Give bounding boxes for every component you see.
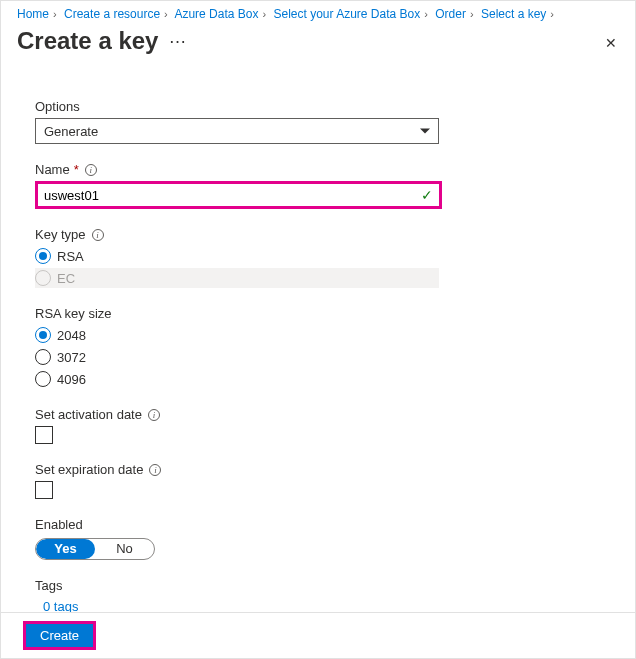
- chevron-right-icon: ›: [466, 8, 478, 20]
- name-input[interactable]: [38, 184, 439, 206]
- breadcrumb-azure-data-box[interactable]: Azure Data Box: [174, 7, 258, 21]
- name-label: Name * i: [35, 162, 471, 177]
- radio-label: 3072: [57, 350, 86, 365]
- more-menu-icon[interactable]: …: [168, 27, 188, 48]
- key-size-3072-radio[interactable]: 3072: [35, 347, 471, 367]
- enabled-field: Enabled Yes No: [35, 517, 471, 560]
- tags-field: Tags 0 tags: [35, 578, 471, 614]
- breadcrumb-create-resource[interactable]: Create a resource: [64, 7, 160, 21]
- checkmark-icon: ✓: [421, 187, 433, 203]
- radio-label: 4096: [57, 372, 86, 387]
- activation-date-label: Set activation date i: [35, 407, 471, 422]
- create-key-form: Options Generate Name * i ✓ Key type i R…: [1, 63, 471, 614]
- expiration-date-label: Set expiration date i: [35, 462, 471, 477]
- chevron-down-icon: [420, 129, 430, 134]
- tags-label: Tags: [35, 578, 471, 593]
- radio-label: EC: [57, 271, 75, 286]
- key-type-rsa-radio[interactable]: RSA: [35, 246, 471, 266]
- breadcrumb-home[interactable]: Home: [17, 7, 49, 21]
- info-icon[interactable]: i: [148, 409, 160, 421]
- radio-icon: [35, 349, 51, 365]
- activation-date-field: Set activation date i: [35, 407, 471, 444]
- enabled-toggle[interactable]: Yes No: [35, 538, 155, 560]
- key-type-field: Key type i RSA EC: [35, 227, 471, 288]
- enabled-label: Enabled: [35, 517, 471, 532]
- expiration-date-field: Set expiration date i: [35, 462, 471, 499]
- info-icon[interactable]: i: [85, 164, 97, 176]
- breadcrumb: Home› Create a resource› Azure Data Box›…: [1, 1, 635, 25]
- breadcrumb-select-data-box[interactable]: Select your Azure Data Box: [273, 7, 420, 21]
- create-button-highlight: Create: [23, 621, 96, 650]
- options-label: Options: [35, 99, 471, 114]
- radio-icon: [35, 270, 51, 286]
- radio-label: 2048: [57, 328, 86, 343]
- key-size-4096-radio[interactable]: 4096: [35, 369, 471, 389]
- enabled-no[interactable]: No: [95, 539, 154, 559]
- chevron-right-icon: ›: [160, 8, 172, 20]
- key-size-field: RSA key size 2048 3072 4096: [35, 306, 471, 389]
- chevron-right-icon: ›: [546, 8, 558, 20]
- radio-label: RSA: [57, 249, 84, 264]
- required-icon: *: [74, 162, 79, 177]
- enabled-yes[interactable]: Yes: [36, 539, 95, 559]
- key-size-2048-radio[interactable]: 2048: [35, 325, 471, 345]
- info-icon[interactable]: i: [92, 229, 104, 241]
- options-select[interactable]: Generate: [35, 118, 439, 144]
- chevron-right-icon: ›: [258, 8, 270, 20]
- radio-icon: [35, 327, 51, 343]
- chevron-right-icon: ›: [49, 8, 61, 20]
- breadcrumb-select-key[interactable]: Select a key: [481, 7, 546, 21]
- options-value: Generate: [44, 124, 98, 139]
- activation-checkbox[interactable]: [35, 426, 53, 444]
- info-icon[interactable]: i: [149, 464, 161, 476]
- name-field: Name * i ✓: [35, 162, 471, 209]
- chevron-right-icon: ›: [420, 8, 432, 20]
- page-title: Create a key: [17, 27, 158, 55]
- footer-bar: Create: [1, 612, 635, 658]
- key-size-label: RSA key size: [35, 306, 471, 321]
- options-field: Options Generate: [35, 99, 471, 144]
- radio-icon: [35, 248, 51, 264]
- breadcrumb-order[interactable]: Order: [435, 7, 466, 21]
- close-icon[interactable]: ✕: [601, 31, 621, 55]
- radio-icon: [35, 371, 51, 387]
- name-input-highlight: ✓: [35, 181, 442, 209]
- create-button[interactable]: Create: [26, 624, 93, 647]
- key-type-label: Key type i: [35, 227, 471, 242]
- expiration-checkbox[interactable]: [35, 481, 53, 499]
- panel-header: Create a key … ✕: [1, 25, 635, 63]
- key-type-ec-radio: EC: [35, 268, 439, 288]
